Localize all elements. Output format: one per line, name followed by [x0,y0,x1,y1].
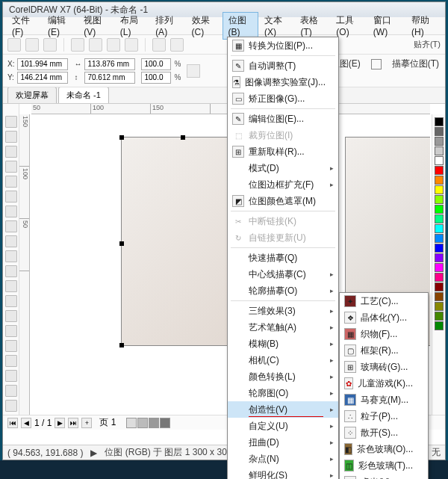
color-swatch[interactable] [435,234,444,243]
menu-2[interactable]: 视图(V) [78,12,113,40]
page-last-icon[interactable]: ⏭ [68,418,78,428]
menu-outline-trace[interactable]: 轮廓描摹(O)▸ [228,282,338,299]
undo-icon[interactable] [152,38,166,52]
redo-icon[interactable] [170,38,184,52]
new-icon[interactable] [7,38,21,52]
w-input[interactable] [84,58,135,70]
paste-icon[interactable] [125,38,138,52]
sub-kids-play[interactable]: ✿儿童游戏(K)... [340,375,428,392]
page-next-icon[interactable]: ▶ [55,418,65,428]
color-swatch[interactable] [435,127,444,136]
color-swatch[interactable] [435,214,444,223]
menu-3[interactable]: 布局(L) [114,12,149,40]
color-swatch[interactable] [435,117,444,126]
tab-welcome[interactable]: 欢迎屏幕 [7,87,57,103]
swatch[interactable] [149,418,159,428]
tool-14[interactable] [5,325,17,337]
sub-particles[interactable]: ∴粒子(P)... [340,408,428,424]
sub-stained-glass[interactable]: ◫彩色玻璃(T)... [340,457,428,474]
menu-7[interactable]: 文本(X) [258,12,294,40]
menu-sharpen[interactable]: 鲜明化(S)▸ [228,467,338,479]
color-swatch[interactable] [435,282,444,291]
color-swatch[interactable] [435,302,444,311]
menu-custom[interactable]: 自定义(U)▸ [228,418,338,434]
sy-input[interactable] [141,72,171,84]
menu-4[interactable]: 排列(A) [149,12,185,40]
menu-art-strokes[interactable]: 艺术笔触(A)▸ [228,319,338,336]
save-icon[interactable] [43,38,57,52]
tool-16[interactable] [5,355,17,367]
tool-17[interactable] [5,370,17,382]
color-swatch[interactable] [435,263,444,272]
tool-4[interactable] [5,176,17,188]
tool-18[interactable] [5,385,17,397]
color-swatch[interactable] [435,273,444,282]
menu-5[interactable]: 效果(C) [186,12,223,40]
color-swatch[interactable] [435,321,444,330]
tool-3[interactable] [5,161,17,173]
sub-scatter[interactable]: ⁘散开(S)... [340,424,428,441]
page-prev-icon[interactable]: ◀ [21,418,31,428]
copy-icon[interactable] [107,38,120,52]
menu-6[interactable]: 位图(B) [223,12,258,40]
color-swatch[interactable] [435,137,444,146]
snap-label[interactable]: 贴齐(T) [414,39,441,50]
sub-glass-block[interactable]: ⊞玻璃砖(G)... [340,359,428,375]
menu-edit-bitmap[interactable]: ✎编辑位图(E)... [228,111,338,127]
y-input[interactable] [17,72,68,84]
menu-9[interactable]: 工具(O) [330,12,367,40]
color-swatch[interactable] [435,146,444,155]
menu-resample[interactable]: ⊞重新取样(R)... [228,143,338,160]
tool-7[interactable] [5,220,17,232]
tool-12[interactable] [5,295,17,307]
sub-mosaic[interactable]: ▦马赛克(M)... [340,392,428,408]
menu-color-transform[interactable]: 颜色转换(L)▸ [228,368,338,385]
menu-camera[interactable]: 相机(C)▸ [228,352,338,368]
h-input[interactable] [84,72,135,84]
trace-bitmap-button[interactable]: 描摹位图(T) [392,58,439,70]
menu-auto-adjust[interactable]: ✎自动调整(T) [228,58,338,74]
tool-10[interactable] [5,265,17,277]
color-swatch[interactable] [435,312,444,321]
swatch[interactable] [126,418,137,428]
sub-crystallize[interactable]: ❖晶体化(Y)... [340,309,428,326]
menu-11[interactable]: 帮助(H) [405,12,442,40]
menu-3d-effects[interactable]: 三维效果(3)▸ [228,303,338,319]
menu-convert-to-bitmap[interactable]: ▦转换为位图(P)... [228,37,338,54]
tool-0[interactable] [5,116,17,128]
menu-distort[interactable]: 扭曲(D)▸ [228,434,338,451]
sub-craft[interactable]: ✦工艺(C)... [340,293,428,309]
menu-color-mask[interactable]: ◩位图颜色遮罩(M) [228,193,338,209]
color-swatch[interactable] [435,166,444,175]
menu-mode[interactable]: 模式(D)▸ [228,160,338,176]
swatch[interactable] [160,418,170,428]
color-swatch[interactable] [435,253,444,262]
color-swatch[interactable] [435,156,444,165]
sx-input[interactable] [141,58,171,70]
lock-icon[interactable] [187,64,200,78]
color-swatch[interactable] [435,292,444,301]
menu-noise[interactable]: 杂点(N)▸ [228,451,338,467]
color-swatch[interactable] [435,224,444,233]
menu-0[interactable]: 文件(F) [6,12,42,40]
color-swatch[interactable] [435,176,444,185]
color-swatch[interactable] [435,205,444,214]
tool-1[interactable] [5,131,17,143]
tool-2[interactable] [5,146,17,158]
open-icon[interactable] [25,38,39,52]
menu-blur[interactable]: 模糊(B)▸ [228,336,338,352]
tool-9[interactable] [5,250,17,262]
menu-8[interactable]: 表格(T) [294,12,330,40]
sub-fabric[interactable]: ▦织物(F)... [340,326,428,342]
x-input[interactable] [17,58,68,70]
menu-1[interactable]: 编辑(E) [42,12,78,40]
menu-straighten[interactable]: ▭矫正图像(G)... [228,90,338,107]
menu-10[interactable]: 窗口(W) [367,12,405,40]
tool-8[interactable] [5,235,17,247]
sub-smoked-glass[interactable]: ◧茶色玻璃(O)... [340,441,428,457]
color-swatch[interactable] [435,244,444,253]
sub-frame[interactable]: ▢框架(R)... [340,342,428,359]
menu-quick-trace[interactable]: 快速描摹(Q) [228,250,338,266]
tool-5[interactable] [5,191,17,203]
cut-icon[interactable] [89,38,102,52]
